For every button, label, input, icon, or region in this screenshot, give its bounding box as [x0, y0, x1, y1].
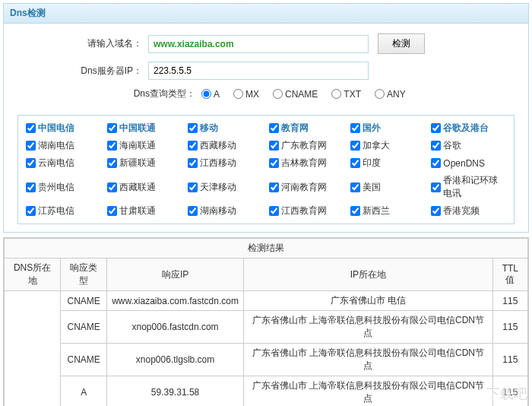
check-header[interactable]: 中国电信: [26, 122, 101, 135]
query-type-txt[interactable]: TXT: [331, 89, 361, 100]
check-item[interactable]: 甘肃联通: [107, 205, 182, 217]
table-row: A59.39.31.58广东省佛山市 上海帝联信息科技股份有限公司电信CDN节点…: [5, 376, 528, 407]
check-item[interactable]: 香港和记环球电讯: [431, 174, 506, 200]
cell-ip: xnop006.tlgslb.com: [107, 344, 244, 376]
check-item[interactable]: 天津移动: [188, 174, 263, 200]
check-item[interactable]: 贵州电信: [26, 174, 101, 200]
query-type-group: A MX CNAME TXT ANY: [201, 89, 406, 100]
table-row: CNAMExnop006.tlgslb.com广东省佛山市 上海帝联信息科技股份…: [5, 344, 528, 376]
cell-ttl: 115: [492, 291, 527, 311]
check-item[interactable]: 加拿大: [350, 139, 426, 152]
submit-button[interactable]: 检测: [378, 33, 425, 54]
query-type-a[interactable]: A: [201, 89, 220, 100]
check-item[interactable]: 西藏移动: [188, 139, 263, 152]
check-item[interactable]: 印度: [350, 157, 426, 170]
check-item[interactable]: 海南联通: [107, 139, 182, 152]
col-header: 响应类型: [61, 259, 107, 291]
cell-type: CNAME: [61, 344, 107, 376]
cell-loc: 广东省佛山市 上海帝联信息科技股份有限公司电信CDN节点: [243, 344, 492, 376]
check-item[interactable]: 河南教育网: [269, 174, 344, 200]
check-header[interactable]: 谷歌及港台: [431, 122, 506, 135]
check-item[interactable]: 云南电信: [26, 157, 101, 170]
domain-label: 请输入域名：: [4, 37, 148, 50]
cell-type: CNAME: [61, 311, 107, 344]
domain-input[interactable]: [148, 35, 369, 53]
cell-ttl: 115: [492, 311, 527, 344]
form-area: 请输入域名： 检测 Dns服务器IP： Dns查询类型： A MX CNAME …: [4, 24, 528, 110]
col-header: TTL值: [492, 259, 527, 291]
check-item[interactable]: 江苏电信: [26, 205, 101, 217]
check-header[interactable]: 移动: [188, 122, 263, 135]
table-row: 223.5.5.5CNAMEwww.xiazaiba.com.fastcdn.c…: [5, 291, 528, 311]
query-type-any[interactable]: ANY: [375, 89, 406, 100]
check-header[interactable]: 中国联通: [107, 122, 182, 135]
check-item[interactable]: 美国: [350, 174, 426, 200]
check-item[interactable]: 江西教育网: [269, 205, 344, 217]
cell-type: CNAME: [61, 291, 107, 311]
cell-ip: 59.39.31.58: [107, 376, 244, 407]
query-type-mx[interactable]: MX: [233, 89, 259, 100]
dns-panel: Dns检测 请输入域名： 检测 Dns服务器IP： Dns查询类型： A MX …: [3, 3, 529, 233]
check-item[interactable]: 湖南电信: [26, 139, 101, 152]
check-item[interactable]: 香港宽频: [431, 205, 506, 217]
provider-checks: 中国电信 中国联通 移动 教育网 国外 谷歌及港台 湖南电信 海南联通 西藏移动…: [17, 115, 515, 224]
panel-title: Dns检测: [4, 4, 528, 24]
check-item[interactable]: 西藏联通: [107, 174, 182, 200]
cell-ttl: 115: [492, 376, 527, 407]
cell-ip: www.xiazaiba.com.fastcdn.com: [107, 291, 244, 311]
check-item[interactable]: 湖南移动: [188, 205, 263, 217]
server-label: Dns服务器IP：: [4, 65, 148, 78]
check-item[interactable]: OpenDNS: [431, 157, 506, 170]
cell-loc: 广东省佛山市 上海帝联信息科技股份有限公司电信CDN节点: [243, 311, 492, 344]
check-item[interactable]: 新西兰: [350, 205, 426, 217]
col-header: 响应IP: [107, 259, 244, 291]
check-item[interactable]: 江西移动: [188, 157, 263, 170]
cell-loc: 广东省佛山市 上海帝联信息科技股份有限公司电信CDN节点: [243, 376, 492, 407]
results-table: 检测结果 DNS所在地响应类型响应IPIP所在地TTL值 223.5.5.5CN…: [3, 237, 529, 406]
type-label: Dns查询类型：: [4, 87, 201, 100]
col-header: DNS所在地: [5, 259, 61, 291]
check-header[interactable]: 教育网: [269, 122, 344, 135]
cell-type: A: [61, 376, 107, 407]
check-item[interactable]: 谷歌: [431, 139, 506, 152]
cell-loc: 广东省佛山市 电信: [243, 291, 492, 311]
dns-loc-cell: 223.5.5.5: [5, 291, 61, 407]
server-input[interactable]: [148, 62, 369, 80]
table-row: CNAMExnop006.fastcdn.com广东省佛山市 上海帝联信息科技股…: [5, 311, 528, 344]
check-item[interactable]: 吉林教育网: [269, 157, 344, 170]
check-item[interactable]: 新疆联通: [107, 157, 182, 170]
check-header[interactable]: 国外: [350, 122, 426, 135]
results-title: 检测结果: [5, 239, 528, 259]
cell-ip: xnop006.fastcdn.com: [107, 311, 244, 344]
cell-ttl: 115: [492, 344, 527, 376]
check-item[interactable]: 广东教育网: [269, 139, 344, 152]
query-type-cname[interactable]: CNAME: [273, 89, 318, 100]
col-header: IP所在地: [243, 259, 492, 291]
